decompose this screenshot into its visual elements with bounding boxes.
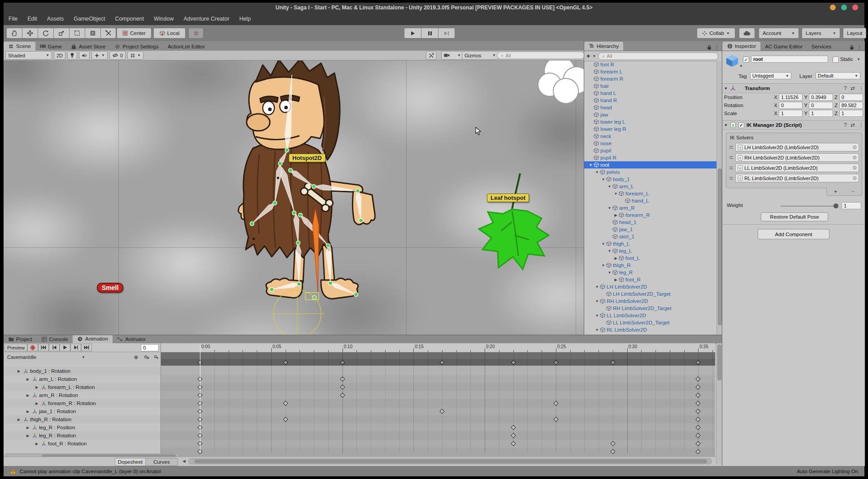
foldout-icon[interactable]: ▶ [16, 369, 22, 373]
hierarchy-item-hand-l[interactable]: hand_L [584, 197, 717, 204]
hand-tool-button[interactable] [6, 28, 22, 39]
hierarchy-item-forearm-l[interactable]: forearm L [584, 68, 717, 75]
foldout-icon[interactable]: ▶ [34, 401, 39, 406]
move-tool-button[interactable] [22, 28, 38, 39]
current-frame-field[interactable]: 0 [141, 344, 159, 351]
add-marker-button[interactable] [152, 354, 161, 361]
bone-gizmo[interactable] [272, 283, 299, 289]
bone-gizmo[interactable] [326, 246, 331, 283]
hierarchy-item-pupil[interactable]: pupil [584, 147, 717, 154]
rotation-z-field[interactable]: 89.582 [839, 102, 863, 109]
menu-adventure-creator[interactable]: Adventure Creator [178, 16, 234, 22]
rotation-x-field[interactable]: 0 [779, 102, 803, 109]
rotation-local-button[interactable]: Local [153, 28, 186, 39]
bone-gizmo[interactable] [312, 208, 319, 293]
bone-gizmo[interactable] [356, 191, 361, 220]
foldout-icon[interactable]: ▶ [25, 434, 30, 438]
scene-camera-dropdown[interactable]: ▼ [441, 51, 464, 60]
joint-gizmo[interactable] [312, 185, 316, 189]
hierarchy-item-rh-limbsolver2d-target[interactable]: RH LimbSolver2D_Target [584, 305, 717, 312]
joint-gizmo[interactable] [285, 148, 289, 152]
tab-asset-store[interactable]: Asset Store [66, 42, 110, 51]
joint-gizmo[interactable] [359, 219, 363, 223]
help-icon[interactable]: ? [844, 122, 847, 128]
drag-handle-icon[interactable]: = [729, 164, 733, 172]
hierarchy-item-forearm-r[interactable]: forearm R [584, 75, 717, 82]
drag-handle-icon[interactable]: = [729, 143, 733, 151]
hierarchy-item-foot-l[interactable]: ▶foot_L [584, 255, 717, 262]
curves-tab[interactable]: Curves [146, 458, 178, 466]
audio-toggle[interactable] [79, 51, 90, 60]
pivot-center-button[interactable]: Center [117, 28, 152, 39]
hierarchy-item-neck[interactable]: neck [584, 133, 717, 140]
hierarchy-item-hand-r[interactable]: hand R [584, 97, 717, 104]
object-picker-icon[interactable]: ⊙ [853, 155, 857, 160]
lighting-status[interactable]: Auto Generate Lighting On [797, 469, 858, 474]
foldout-icon[interactable]: ▶ [25, 426, 30, 430]
hierarchy-item-jaw[interactable]: jaw [584, 111, 717, 118]
hierarchy-item-lh-limbsolver2d[interactable]: ▼LH LimbSolver2D [584, 283, 717, 290]
object-name-field[interactable]: root [751, 56, 828, 63]
hierarchy-item-hair[interactable]: hair [584, 82, 717, 90]
foldout-icon[interactable]: ▶ [613, 256, 619, 260]
static-checkbox[interactable] [833, 56, 839, 63]
timeline-ruler[interactable]: 0:000:050:100:150:200:250:300:35 [161, 343, 715, 353]
add-event-button[interactable] [142, 354, 152, 361]
hierarchy-item-ll-limbsolver2d[interactable]: ▼LL LimbSolver2D [584, 312, 717, 319]
object-picker-icon[interactable]: ⊙ [853, 144, 857, 150]
playhead[interactable] [200, 346, 200, 453]
weight-slider-track[interactable] [781, 206, 836, 207]
tab-console[interactable]: Console [37, 335, 73, 343]
joint-gizmo[interactable] [299, 213, 303, 217]
joint-gizmo[interactable] [296, 241, 300, 245]
cloud-button[interactable] [739, 28, 755, 39]
foldout-icon[interactable]: ▶ [16, 418, 22, 422]
anim-property-jaw-1-rotation[interactable]: ▶jaw_1 : Rotation [4, 407, 182, 415]
foldout-icon[interactable]: ▼ [594, 285, 600, 289]
joint-gizmo[interactable] [273, 201, 277, 205]
hierarchy-item-root[interactable]: ▼root [584, 161, 717, 168]
foldout-icon[interactable]: ▼ [724, 86, 728, 91]
layout-dropdown[interactable]: Layout▼ [843, 28, 866, 39]
hierarchy-item-head-1[interactable]: head_1 [584, 219, 717, 226]
menu-dots-icon[interactable]: ⋮ [859, 122, 864, 128]
keyframe-row[interactable] [161, 423, 715, 432]
foldout-icon[interactable]: ▼ [724, 123, 728, 127]
shading-mode-dropdown[interactable]: Shaded▼ [5, 51, 52, 60]
foldout-icon[interactable]: ▼ [588, 163, 594, 167]
hierarchy-search-input[interactable]: ⌕All [598, 52, 718, 60]
scale-x-field[interactable]: 1 [779, 110, 803, 117]
foldout-icon[interactable]: ▼ [594, 314, 600, 318]
keyframe-row[interactable] [161, 399, 715, 408]
joint-gizmo[interactable] [278, 162, 282, 166]
solver-object-field[interactable]: #LH LimbSolver2D (LimbSolver2D)⊙ [735, 143, 859, 151]
hotspot2d-label[interactable]: Hotspot2D [289, 154, 326, 162]
rotate-tool-button[interactable] [38, 28, 53, 39]
menu-assets[interactable]: Assets [42, 16, 69, 22]
hierarchy-item-skirt-1[interactable]: skirt_1 [584, 233, 717, 240]
tab-scene[interactable]: Scene [4, 42, 35, 51]
2d-toggle[interactable]: 2D [54, 51, 65, 60]
menu-window[interactable]: Window [149, 16, 178, 22]
hierarchy-item-forearm-r[interactable]: ▶forearm_R [584, 211, 717, 219]
transform-tool-button[interactable] [85, 28, 100, 39]
gizmos-dropdown[interactable]: Gizmos▼ [462, 51, 499, 60]
keyframe-row[interactable] [161, 375, 715, 384]
dopesheet-tab[interactable]: Dopesheet [115, 458, 146, 466]
anim-property-arm-r-rotation[interactable]: ▶arm_R : Rotation [4, 391, 182, 399]
hierarchy-item-head[interactable]: head [584, 104, 717, 111]
hierarchy-item-hand-l[interactable]: hand L [584, 90, 717, 97]
timeline-hscrollbar[interactable] [188, 458, 712, 464]
joint-gizmo[interactable] [270, 288, 274, 292]
foldout-icon[interactable]: ▶ [34, 385, 39, 389]
solver-object-field[interactable]: #RL LimbSolver2D (LimbSolver2D)⊙ [735, 174, 859, 182]
next-key-button[interactable] [70, 344, 81, 351]
menu-file[interactable]: File [4, 16, 22, 22]
drag-handle-icon[interactable]: = [729, 174, 733, 182]
anim-property-body-1-rotation[interactable]: ▶body_1 : Rotation [4, 367, 173, 375]
hierarchy-item-lower-leg-l[interactable]: lower leg L [584, 118, 717, 125]
tab-animator[interactable]: Animator [113, 335, 150, 343]
joint-gizmo[interactable] [326, 244, 330, 248]
presets-icon[interactable]: ⇄ [851, 85, 855, 91]
joint-gizmo[interactable] [250, 222, 254, 226]
